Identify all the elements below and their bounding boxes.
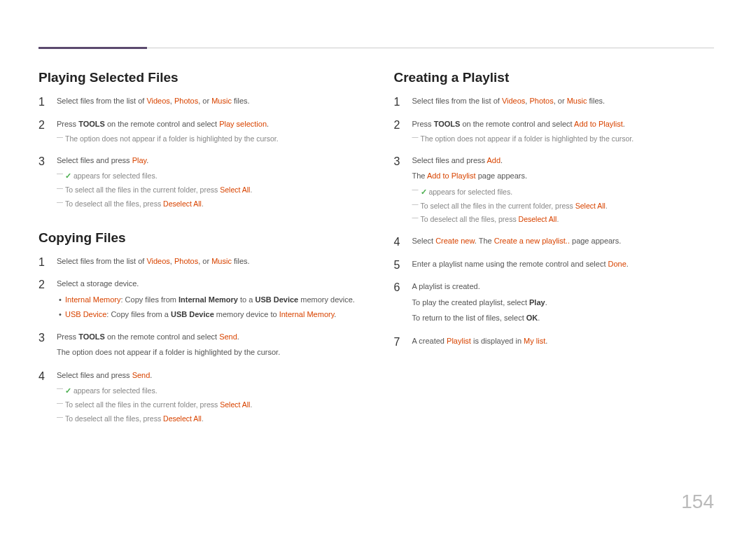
step: 3Select files and press Add.The Add to P… xyxy=(394,155,715,228)
step: 3Press TOOLS on the remote control and s… xyxy=(38,331,359,363)
section-heading: Copying Files xyxy=(38,230,359,246)
step-bullet: USB Device: Copy files from a USB Device… xyxy=(57,309,359,321)
step-body: Select files and press Add.The Add to Pl… xyxy=(412,155,715,228)
step: 1Select files from the list of Videos, P… xyxy=(38,255,359,272)
step-line: Enter a playlist name using the remote c… xyxy=(412,258,715,270)
step: 3Select files and press Play.✓ appears f… xyxy=(38,155,359,213)
step-number: 2 xyxy=(38,118,47,132)
step-number: 3 xyxy=(394,155,402,168)
step-body: Select files from the list of Videos, Ph… xyxy=(57,95,359,111)
step: 4Select Create new. The Create a new pla… xyxy=(394,235,715,251)
step-body: Press TOOLS on the remote control and se… xyxy=(57,331,359,363)
step-line: To play the created playlist, select Pla… xyxy=(412,297,715,309)
step-body: A playlist is created.To play the create… xyxy=(412,281,715,328)
step-note: To deselect all the files, press Deselec… xyxy=(57,199,359,210)
step-body: Select files and press Send.✓ appears fo… xyxy=(57,370,359,428)
step: 6A playlist is created.To play the creat… xyxy=(394,281,715,328)
section-steps: 1Select files from the list of Videos, P… xyxy=(38,95,359,213)
content-columns: Playing Selected Files 1Select files fro… xyxy=(38,70,714,434)
step: 4Select files and press Send.✓ appears f… xyxy=(38,370,359,428)
step-line: A created Playlist is displayed in My li… xyxy=(412,335,715,347)
step-note: To select all the files in the current f… xyxy=(57,185,359,196)
step-number: 3 xyxy=(38,155,47,168)
step-note: To select all the files in the current f… xyxy=(57,400,359,411)
step-note: ✓ appears for selected files. xyxy=(57,385,359,397)
step-number: 6 xyxy=(394,281,402,294)
section-heading: Creating a Playlist xyxy=(394,70,715,85)
step-body: Select Create new. The Create a new play… xyxy=(412,235,715,251)
step-line: Select files from the list of Videos, Ph… xyxy=(412,95,715,107)
step-body: Select files from the list of Videos, Ph… xyxy=(412,95,715,111)
step-body: Press TOOLS on the remote control and se… xyxy=(412,118,715,148)
step-number: 7 xyxy=(394,335,402,349)
step-line: Select files and press Send. xyxy=(57,370,359,381)
left-column: Playing Selected Files 1Select files fro… xyxy=(38,70,359,434)
step-body: Enter a playlist name using the remote c… xyxy=(412,258,715,274)
step-number: 2 xyxy=(394,118,402,132)
step-number: 2 xyxy=(38,278,47,291)
step: 2Press TOOLS on the remote control and s… xyxy=(38,118,359,148)
step: 7A created Playlist is displayed in My l… xyxy=(394,335,715,351)
step-line: Select a storage device. xyxy=(57,278,359,290)
step: 2Press TOOLS on the remote control and s… xyxy=(394,118,715,148)
section-steps: 1Select files from the list of Videos, P… xyxy=(38,255,359,428)
step-number: 1 xyxy=(394,95,402,108)
step-line: Press TOOLS on the remote control and se… xyxy=(412,118,715,130)
step-note: The option does not appear if a folder i… xyxy=(412,134,715,145)
step-body: Press TOOLS on the remote control and se… xyxy=(57,118,359,148)
right-column: Creating a Playlist 1Select files from t… xyxy=(394,70,715,434)
step-note: To deselect all the files, press Deselec… xyxy=(57,414,359,425)
step-number: 3 xyxy=(38,331,47,344)
step-line: Select files from the list of Videos, Ph… xyxy=(57,255,359,267)
top-accent-bar xyxy=(38,47,147,49)
step-line: Select files and press Play. xyxy=(57,155,359,167)
step-body: A created Playlist is displayed in My li… xyxy=(412,335,715,351)
step: 2Select a storage device.Internal Memory… xyxy=(38,278,359,324)
step: 5Enter a playlist name using the remote … xyxy=(394,258,715,274)
step-note: ✓ appears for selected files. xyxy=(412,186,715,198)
step-body: Select files from the list of Videos, Ph… xyxy=(57,255,359,272)
step-body: Select a storage device.Internal Memory:… xyxy=(57,278,359,324)
step-number: 1 xyxy=(38,95,47,108)
step: 1Select files from the list of Videos, P… xyxy=(38,95,359,111)
step-note: The option does not appear if a folder i… xyxy=(57,134,359,145)
step-number: 1 xyxy=(38,255,47,269)
step-number: 4 xyxy=(38,370,47,383)
step-body: Select files and press Play.✓ appears fo… xyxy=(57,155,359,213)
step-number: 4 xyxy=(394,235,402,248)
step-note: ✓ appears for selected files. xyxy=(57,170,359,182)
step-line: Select files from the list of Videos, Ph… xyxy=(57,95,359,107)
section-heading: Playing Selected Files xyxy=(38,70,359,85)
step-line: Press TOOLS on the remote control and se… xyxy=(57,331,359,343)
step-line: Select Create new. The Create a new play… xyxy=(412,235,715,247)
step-line: The Add to Playlist page appears. xyxy=(412,170,715,182)
step-number: 5 xyxy=(394,258,402,272)
step-note: To deselect all the files, press Deselec… xyxy=(412,214,715,225)
step-line: The option does not appear if a folder i… xyxy=(57,346,359,358)
step-line: Select files and press Add. xyxy=(412,155,715,167)
page-number: 154 xyxy=(681,491,714,513)
step-bullet: Internal Memory: Copy files from Interna… xyxy=(57,294,359,306)
step: 1Select files from the list of Videos, P… xyxy=(394,95,715,111)
step-note: To select all the files in the current f… xyxy=(412,201,715,212)
step-line: A playlist is created. xyxy=(412,281,715,293)
section-steps: 1Select files from the list of Videos, P… xyxy=(394,95,715,351)
step-line: To return to the list of files, select O… xyxy=(412,312,715,324)
step-line: Press TOOLS on the remote control and se… xyxy=(57,118,359,130)
